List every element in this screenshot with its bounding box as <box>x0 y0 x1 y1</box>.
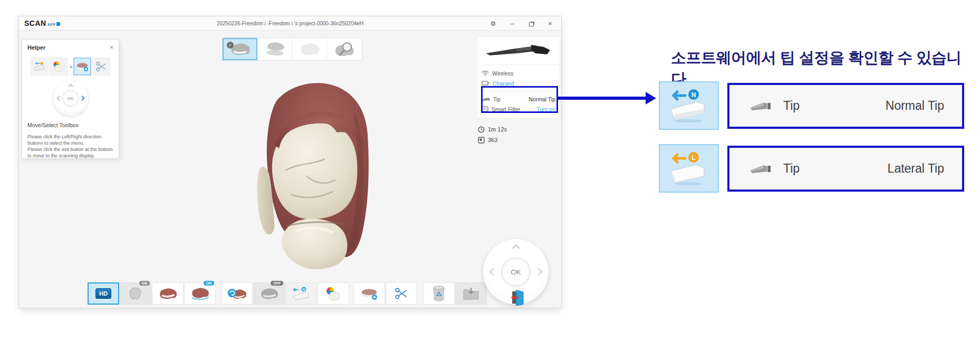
tip-value: Normal Tip <box>886 99 944 113</box>
hd-mode-button[interactable]: HD <box>88 282 119 305</box>
move-select-toolbox-icon <box>75 61 89 72</box>
divider <box>482 91 555 91</box>
scan-3d-model[interactable] <box>227 65 391 271</box>
off-badge: OFF <box>271 281 283 286</box>
smart-filter-row: Smart Filter Turn on <box>482 104 555 114</box>
color-scan-icon <box>52 61 65 72</box>
close-button[interactable]: × <box>546 20 554 27</box>
dpad-ok-button[interactable]: OK <box>501 257 531 287</box>
svg-text:N: N <box>691 91 696 99</box>
normal-tip-icon: N <box>291 286 311 301</box>
helper-close-icon[interactable]: × <box>110 44 113 51</box>
add-scan-button[interactable] <box>353 282 385 305</box>
scan-stage-toolbar: ✓ <box>222 37 362 61</box>
normal-tip-setting-box: Tip Normal Tip <box>727 83 964 129</box>
svg-text:N: N <box>302 288 305 291</box>
stage-inspect-scan-tab[interactable] <box>327 38 362 60</box>
tip-icon <box>482 97 490 101</box>
jaw-scan-faded-icon <box>298 42 321 56</box>
hd-icon: HD <box>95 288 111 299</box>
stage-maxillary-scan-tab[interactable]: ✓ <box>223 38 257 60</box>
on-badge: ON <box>139 281 150 286</box>
wireless-row: Wireless <box>482 68 555 78</box>
lateral-tip-tile: L <box>659 144 719 193</box>
tip-label: Tip <box>783 162 800 176</box>
dpad-up-icon[interactable] <box>512 244 520 252</box>
helper-title: Helper <box>27 44 45 51</box>
dpad-left-icon[interactable] <box>56 96 62 101</box>
settings-gear-icon[interactable]: ⚙ <box>489 20 497 27</box>
helper-color-tool[interactable] <box>50 58 68 75</box>
annotation-arrow-head <box>646 92 656 105</box>
save-project-button[interactable] <box>455 282 487 305</box>
page: SCAN APP 20250226-Freedom i -Freedom i '… <box>0 0 980 350</box>
tip-icon <box>750 164 773 174</box>
molar-tooth-lower <box>282 219 348 269</box>
texture-off-toggle-button[interactable]: OFF <box>253 282 285 305</box>
tip-row: Tip Normal Tip <box>482 94 555 104</box>
smart-filter-icon <box>482 106 488 112</box>
full-arch-view-button[interactable] <box>152 282 184 305</box>
helper-cut-tool[interactable] <box>92 58 110 75</box>
scanner-tip-icon <box>33 61 46 72</box>
stage-mandibular-scan-tab[interactable] <box>292 38 327 60</box>
scan-inspect-icon <box>332 41 357 58</box>
auto-rotate-button[interactable] <box>221 282 253 305</box>
frame-count-row: 363 <box>478 135 560 145</box>
dpad-left-icon[interactable] <box>489 268 497 276</box>
scissors-icon <box>394 287 409 300</box>
tip-icon <box>750 101 773 111</box>
helper-instruction-2: Please click the exit button at the bott… <box>27 146 113 159</box>
logo-app-text: APP <box>47 23 56 26</box>
scanner-device-card <box>477 36 560 65</box>
scan-time: 1m 12s <box>488 126 507 133</box>
window-controls: ⚙ – × <box>489 16 554 31</box>
svg-text:L: L <box>691 154 695 162</box>
tooth-mode-toggle-button[interactable]: ON <box>120 282 151 305</box>
cut-tool-button[interactable] <box>386 282 417 305</box>
frames-icon <box>478 137 485 144</box>
filtered-jaw-icon <box>189 287 210 300</box>
dpad-right-icon[interactable] <box>79 96 84 101</box>
add-scan-icon <box>360 286 379 301</box>
battery-icon <box>482 81 489 86</box>
app-logo: SCAN APP <box>24 19 60 27</box>
frame-count: 363 <box>488 137 497 143</box>
scanner-device-image <box>485 42 552 60</box>
status-rows: Wireless Charged Tip Normal T <box>477 65 560 119</box>
color-mode-button[interactable] <box>318 282 349 305</box>
stage-bite-scan-tab[interactable] <box>257 38 292 60</box>
lateral-tip-setting-box: Tip Lateral Tip <box>727 146 964 192</box>
logo-scan-text: SCAN <box>24 19 46 27</box>
smart-filter-toggle-button[interactable]: ON <box>184 282 216 305</box>
helper-panel: Helper × <box>22 39 119 159</box>
minimize-button[interactable]: – <box>508 20 516 27</box>
delete-scan-button[interactable] <box>423 282 455 305</box>
normal-tip-icon: N <box>667 88 710 123</box>
color-palette-tooth-icon <box>324 286 342 301</box>
rotate-scan-icon <box>226 286 247 301</box>
dpad-ok-button[interactable]: OK <box>62 90 79 107</box>
exit-button[interactable] <box>508 288 526 307</box>
helper-tip-tool[interactable] <box>31 58 49 75</box>
tip-label: Tip <box>783 99 800 113</box>
tip-value: Lateral Tip <box>888 162 944 176</box>
wifi-icon <box>482 70 489 76</box>
helper-move-select-tool[interactable] <box>73 58 91 75</box>
normal-tip-tile: N <box>659 81 719 130</box>
check-icon: ✓ <box>227 42 234 49</box>
scan-meta: 1m 12s 363 <box>477 124 560 145</box>
tip-setting-button[interactable]: N <box>285 282 317 305</box>
titlebar: SCAN APP 20250226-Freedom i -Freedom i '… <box>19 16 561 31</box>
dpad-right-icon[interactable] <box>535 268 542 276</box>
molar-tooth-upper <box>272 124 358 220</box>
dpad-up-icon[interactable] <box>68 84 73 89</box>
logo-badge-icon <box>56 22 60 26</box>
scan-time-row: 1m 12s <box>478 124 560 135</box>
maximize-button[interactable] <box>527 20 535 27</box>
smart-filter-toggle[interactable]: Turn on <box>536 106 555 112</box>
battery-row: Charged <box>482 78 555 88</box>
battery-status: Charged <box>493 80 514 87</box>
annotation-arrow-line <box>557 97 647 100</box>
tip-value: Normal Tip <box>529 96 555 102</box>
